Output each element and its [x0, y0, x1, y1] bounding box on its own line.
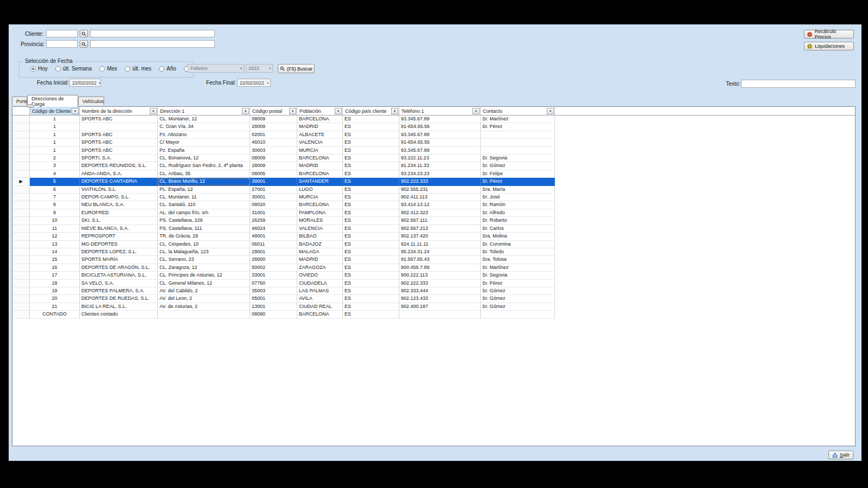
grid-cell[interactable]: 26259 [250, 217, 297, 224]
grid-cell[interactable]: PAMPLONA [297, 209, 343, 217]
grid-cell[interactable]: LAS PALMAS [297, 287, 343, 295]
grid-cell[interactable]: 08020 [250, 201, 297, 209]
grid-cell[interactable]: 902.400.187 [399, 303, 481, 311]
grid-cell[interactable]: Sra. Tolosa [481, 256, 555, 264]
grid-cell[interactable]: DEPORTES CANTABRIA [80, 178, 158, 185]
table-row[interactable]: 9EUROFREDAL. del campo frío, s/n31001PAM… [12, 209, 855, 217]
grid-cell[interactable]: CL. Principes de Asturias, 12 [158, 272, 250, 279]
column-filter-dropdown-icon[interactable]: ▾ [289, 108, 296, 114]
grid-cell[interactable] [481, 147, 555, 155]
grid-cell[interactable]: 902.412.323 [399, 209, 481, 217]
column-filter-dropdown-icon[interactable]: ▾ [150, 108, 157, 114]
grid-cell[interactable]: DEPORTES LOPEZ, S.L. [80, 248, 158, 256]
grid-cell[interactable]: CL. General Milanes, 12 [158, 280, 250, 287]
radio-ltmes[interactable]: últ. mes [125, 66, 151, 72]
grid-cell[interactable]: BICICLETA ASTURIANA, S.L. [80, 272, 158, 279]
grid-cell[interactable]: 30003 [250, 147, 297, 155]
table-row[interactable]: CONTADOClientes contado08080BARCELONAES [12, 311, 855, 318]
grid-cell[interactable]: LUGO [297, 186, 343, 194]
grid-cell[interactable]: 1 [30, 115, 80, 123]
grid-cell[interactable]: 6 [30, 186, 80, 194]
row-selector[interactable] [12, 147, 30, 155]
row-selector[interactable] [12, 170, 30, 178]
grid-cell[interactable]: 30001 [250, 194, 297, 201]
grid-cell[interactable]: 902.123.433 [399, 295, 481, 303]
grid-cell[interactable]: AV. del Cabildo, 2 [158, 287, 250, 295]
row-selector[interactable] [12, 248, 30, 256]
fecha-final-picker[interactable]: 22/02/2022 ∨ [237, 79, 271, 87]
grid-cell[interactable]: VALENCIA [297, 139, 343, 146]
grid-cell[interactable] [158, 311, 250, 318]
grid-cell[interactable]: Pz. España [158, 147, 250, 155]
grid-cell[interactable]: BARCELONA [297, 170, 343, 178]
grid-cell[interactable]: MORALES [297, 217, 343, 224]
grid-cell[interactable]: 95.234.31.24 [399, 248, 481, 256]
row-selector[interactable] [12, 201, 30, 209]
row-selector[interactable] [12, 233, 30, 240]
row-selector[interactable] [12, 194, 30, 201]
grid-cell[interactable]: MURCIA [297, 194, 343, 201]
grid-cell[interactable]: SPORTS ABC [80, 147, 158, 155]
grid-cell[interactable]: 900.456.7.89 [399, 264, 481, 272]
row-selector[interactable] [12, 186, 30, 194]
grid-cell[interactable]: Sr. Gómez [481, 162, 555, 170]
grid-cell[interactable]: CL. Santaló, 110 [158, 201, 250, 209]
grid-cell[interactable]: PS. Castellana, 229 [158, 217, 250, 224]
grid-cell[interactable]: CL. Zaragoza, 12 [158, 264, 250, 272]
grid-cell[interactable] [399, 311, 481, 318]
grid-cell[interactable]: 19 [30, 287, 80, 295]
buscar-button[interactable]: (F5) Buscar [278, 64, 315, 73]
grid-cell[interactable]: 93.234.23.23 [399, 170, 481, 178]
row-selector[interactable] [12, 256, 30, 264]
grid-cell[interactable]: PS. Castellana, 111 [158, 225, 250, 233]
cliente-name-input[interactable] [90, 30, 215, 37]
grid-cell[interactable]: 02001 [250, 131, 297, 139]
year-select[interactable]: 2022 ∨ [246, 64, 273, 73]
provincia-name-input[interactable] [90, 40, 215, 48]
grid-cell[interactable]: 35003 [250, 287, 297, 295]
grid-cell[interactable]: BICIS LA REAL, S.L. [80, 303, 158, 311]
column-header-tel-fono-1[interactable]: Teléfono 1▾ [399, 107, 481, 115]
grid-cell[interactable]: 08009 [250, 155, 297, 162]
table-row[interactable]: 21BICIS LA REAL, S.L.AV. de Asturias, 21… [12, 303, 855, 311]
grid-cell[interactable]: SPORTS MARÍA [80, 256, 158, 264]
grid-cell[interactable]: 50002 [250, 264, 297, 272]
grid-cell[interactable]: ES [343, 115, 399, 123]
grid-cell[interactable]: 18 [30, 280, 80, 287]
grid-cell[interactable]: 93.414.13.12 [399, 201, 481, 209]
grid-cell[interactable]: 902.411.113 [399, 194, 481, 201]
grid-cell[interactable]: MADRID [297, 123, 343, 131]
grid-cell[interactable]: 10 [30, 217, 80, 224]
row-selector[interactable] [12, 303, 30, 311]
grid-cell[interactable]: 9 [30, 209, 80, 217]
tab-direcciones-de-carga[interactable]: Direcciones de Carga [27, 95, 78, 107]
grid-cell[interactable]: ES [343, 147, 399, 155]
grid-cell[interactable]: Sr. Coromina [481, 241, 555, 248]
grid-cell[interactable]: SPORTI, S.A. [80, 155, 158, 162]
grid-cell[interactable]: 33001 [250, 272, 297, 279]
table-row[interactable]: ▶5DEPORTES CANTABRIACL. Bravo Murillo, 1… [12, 178, 855, 185]
grid-cell[interactable]: ES [343, 241, 399, 248]
grid-cell[interactable]: ES [343, 264, 399, 272]
grid-cell[interactable]: Sr. José [481, 194, 555, 201]
grid-cell[interactable]: BARCELONA [297, 115, 343, 123]
grid-cell[interactable]: PL. España, 12 [158, 186, 250, 194]
grid-cell[interactable]: 11 [30, 225, 80, 233]
table-row[interactable]: 16DEPORTES DE ARAGÓN, S.L.CL. Zaragoza, … [12, 264, 855, 272]
grid-cell[interactable]: Sr. Felipe [481, 170, 555, 178]
row-selector[interactable] [12, 139, 30, 146]
radio-ao[interactable]: Año [159, 66, 176, 72]
grid-cell[interactable]: 28009 [250, 162, 297, 170]
grid-cell[interactable]: BARCELONA [297, 311, 343, 318]
grid-cell[interactable]: 902.567.111 [399, 217, 481, 224]
table-row[interactable]: 19DEPORTES PALMERA, S.A.AV. del Cabildo,… [12, 287, 855, 295]
grid-cell[interactable] [80, 123, 158, 131]
table-row[interactable]: 10SKI, S.L.PS. Castellana, 22926259MORAL… [12, 217, 855, 224]
grid-cell[interactable]: MALAGA [297, 248, 343, 256]
row-selector[interactable] [12, 115, 30, 123]
grid-cell[interactable]: 924.11.11.11 [399, 241, 481, 248]
grid-cell[interactable]: SPORTS ABC [80, 131, 158, 139]
grid-cell[interactable]: 93.345.67.89 [399, 115, 481, 123]
grid-cell[interactable]: Sr. Martínez [481, 115, 555, 123]
grid-cell[interactable]: NEU BLANCA, S.A. [80, 201, 158, 209]
